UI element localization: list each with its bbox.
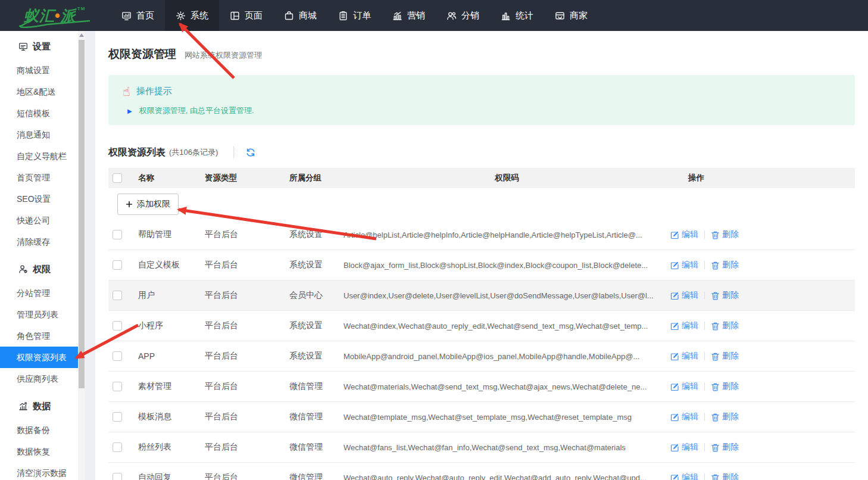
sidebar-item[interactable]: 地区&配送: [0, 81, 78, 102]
gear-icon: [176, 11, 186, 21]
table-row: 粉丝列表 平台后台 微信管理 Wechat@fans_list,Wechat@f…: [108, 432, 855, 463]
sidebar-item[interactable]: 数据恢复: [0, 441, 78, 462]
scrollbar-thumb[interactable]: [79, 40, 85, 388]
row-checkbox[interactable]: [113, 351, 122, 361]
edit-button[interactable]: 编辑: [670, 229, 698, 240]
cell-type: 平台后台: [205, 472, 289, 480]
edit-button[interactable]: 编辑: [670, 472, 698, 480]
nav-item[interactable]: 商家: [544, 0, 598, 31]
row-checkbox[interactable]: [113, 230, 122, 239]
delete-button[interactable]: 删除: [711, 351, 739, 361]
action-divider: [704, 443, 705, 451]
sidebar-item[interactable]: 管理员列表: [0, 304, 78, 325]
select-all-checkbox[interactable]: [113, 173, 122, 183]
delete-button[interactable]: 删除: [711, 290, 739, 301]
edit-button[interactable]: 编辑: [670, 381, 698, 392]
nav-item[interactable]: 订单: [327, 0, 382, 31]
delete-button[interactable]: 删除: [711, 412, 739, 422]
row-checkbox[interactable]: [113, 321, 122, 331]
sidebar-item[interactable]: 清空演示数据: [0, 462, 78, 480]
nav-item[interactable]: 分销: [436, 0, 490, 31]
sidebar: 设置 商城设置地区&配送短信模板消息通知自定义导航栏首页管理SEO设置快递公司清…: [0, 31, 78, 480]
edit-button[interactable]: 编辑: [670, 290, 698, 301]
sidebar-item[interactable]: 权限资源列表: [0, 347, 78, 368]
cell-type: 平台后台: [205, 381, 289, 392]
delete-button[interactable]: 删除: [711, 229, 739, 240]
sidebar-item[interactable]: 数据备份: [0, 419, 78, 441]
cell-permission-code: Wechat@index,Wechat@auto_reply_edit,Wech…: [344, 322, 670, 331]
delete-button[interactable]: 删除: [711, 260, 739, 270]
home-icon: [121, 11, 132, 21]
cell-group: 系统设置: [289, 320, 344, 331]
row-checkbox[interactable]: [113, 412, 122, 422]
sidebar-section-title: 权限: [33, 264, 51, 275]
sidebar-scrollbar[interactable]: [78, 31, 85, 480]
add-permission-button[interactable]: 添加权限: [117, 194, 179, 215]
cell-group: 微信管理: [289, 472, 344, 480]
nav-item-label: 商城: [299, 10, 317, 21]
action-divider: [704, 473, 705, 480]
nav-item[interactable]: 营销: [382, 0, 436, 31]
action-divider: [704, 413, 705, 421]
edit-button[interactable]: 编辑: [670, 412, 698, 422]
cell-permission-code: Wechat@materials,Wechat@send_text_msg,We…: [344, 382, 670, 391]
plus-icon: [126, 201, 133, 208]
column-header-name: 名称: [138, 173, 205, 183]
logo-part1: 蚁汇: [24, 7, 55, 24]
edit-button[interactable]: 编辑: [670, 260, 698, 270]
sidebar-item[interactable]: SEO设置: [0, 188, 78, 210]
edit-button[interactable]: 编辑: [670, 442, 698, 453]
sidebar-item[interactable]: 分站管理: [0, 282, 78, 304]
column-header-code: 权限码: [344, 173, 670, 183]
cell-name: 小程序: [138, 320, 205, 331]
cell-group: 系统设置: [289, 351, 344, 361]
stats-icon: [501, 11, 511, 21]
edit-icon: [670, 230, 679, 239]
delete-button[interactable]: 删除: [711, 381, 739, 392]
nav-item[interactable]: 首页: [111, 0, 165, 31]
row-checkbox[interactable]: [113, 382, 122, 391]
row-checkbox[interactable]: [113, 473, 122, 480]
cell-group: 会员中心: [289, 290, 344, 301]
nav-item-label: 首页: [136, 10, 154, 21]
delete-button[interactable]: 删除: [711, 472, 739, 480]
edit-icon: [670, 261, 679, 270]
row-checkbox[interactable]: [113, 442, 122, 452]
sidebar-item[interactable]: 商城设置: [0, 60, 78, 81]
sidebar-item[interactable]: 供应商列表: [0, 368, 78, 389]
sidebar-item[interactable]: 快递公司: [0, 210, 78, 231]
sidebar-item[interactable]: 短信模板: [0, 102, 78, 124]
cell-group: 系统设置: [289, 260, 344, 270]
distribution-icon: [447, 11, 457, 21]
sidebar-item[interactable]: 首页管理: [0, 167, 78, 188]
cell-type: 平台后台: [205, 442, 289, 453]
delete-button[interactable]: 删除: [711, 442, 739, 453]
refresh-button[interactable]: [246, 148, 255, 157]
edit-button[interactable]: 编辑: [670, 320, 698, 331]
cell-name: 帮助管理: [138, 229, 205, 240]
cell-group: 系统设置: [289, 229, 344, 240]
table-row: 小程序 平台后台 系统设置 Wechat@index,Wechat@auto_r…: [108, 311, 855, 341]
edit-button[interactable]: 编辑: [670, 351, 698, 361]
add-permission-row: 添加权限: [108, 188, 855, 220]
scrollbar-up-arrow-icon[interactable]: [79, 33, 84, 37]
cell-name: 用户: [138, 290, 205, 301]
sidebar-item[interactable]: 自定义导航栏: [0, 145, 78, 167]
nav-item[interactable]: 页面: [219, 0, 273, 31]
cell-permission-code: Block@ajax_form_list,Block@shopList,Bloc…: [344, 261, 670, 270]
edit-icon: [670, 291, 679, 300]
nav-item[interactable]: 商城: [273, 0, 327, 31]
cell-type: 平台后台: [205, 260, 289, 270]
sidebar-item[interactable]: 清除缓存: [0, 231, 78, 253]
cell-group: 微信管理: [289, 412, 344, 422]
sidebar-item[interactable]: 角色管理: [0, 325, 78, 347]
cell-permission-code: MobileApp@android_panel,MobileApp@ios_pa…: [344, 352, 670, 361]
trash-icon: [711, 473, 720, 480]
nav-item[interactable]: 统计: [490, 0, 544, 31]
row-checkbox[interactable]: [113, 291, 122, 300]
table-row: APP 平台后台 系统设置 MobileApp@android_panel,Mo…: [108, 341, 855, 372]
delete-button[interactable]: 删除: [711, 320, 739, 331]
sidebar-item[interactable]: 消息通知: [0, 124, 78, 145]
row-checkbox[interactable]: [113, 260, 122, 270]
nav-item[interactable]: 系统: [165, 0, 219, 31]
